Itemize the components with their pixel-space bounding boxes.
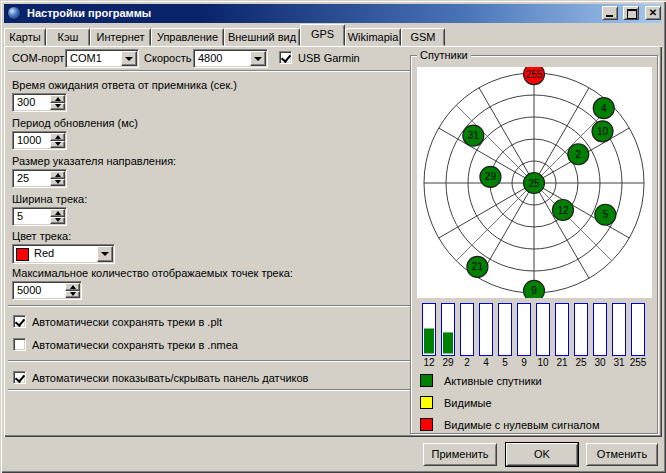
spin-down-icon[interactable] bbox=[50, 103, 65, 111]
spin-down-icon[interactable] bbox=[50, 141, 65, 149]
satellite-signal-bars: 122924591021253031255 bbox=[417, 302, 655, 368]
active-satellites-swatch bbox=[420, 374, 433, 387]
satellite-marker: 25 bbox=[524, 173, 545, 194]
track-color-label: Цвет трека: bbox=[12, 230, 71, 242]
tab-wikimapia[interactable]: Wikimapia bbox=[345, 28, 401, 46]
svg-text:21: 21 bbox=[472, 261, 484, 272]
satellite-marker: 9 bbox=[524, 280, 545, 298]
pointer-size-spinner[interactable]: 25 bbox=[12, 169, 67, 188]
checkbox-box[interactable] bbox=[279, 51, 292, 64]
speed-combo[interactable]: 4800 bbox=[193, 49, 268, 68]
section-divider bbox=[8, 305, 412, 307]
legend-label: Видимые с нулевым сигналом bbox=[444, 419, 600, 431]
titlebar[interactable]: Настройки программы ✕ bbox=[4, 4, 662, 23]
minimize-button[interactable] bbox=[602, 6, 618, 20]
satellite-marker: 29 bbox=[480, 166, 501, 187]
checkbox-box[interactable] bbox=[13, 338, 26, 351]
max-points-label: Максимальное количество отображаемых точ… bbox=[12, 267, 293, 279]
track-width-value: 5 bbox=[17, 210, 23, 222]
checkbox-box[interactable] bbox=[13, 315, 26, 328]
tab-gsm[interactable]: GSM bbox=[401, 28, 445, 46]
spin-up-icon[interactable] bbox=[50, 133, 65, 141]
dropdown-button[interactable] bbox=[121, 51, 137, 66]
maximize-icon bbox=[627, 9, 637, 19]
satellite-marker: 10 bbox=[592, 121, 613, 142]
spinner-buttons[interactable] bbox=[50, 209, 65, 224]
track-color-combo[interactable]: Red bbox=[12, 244, 115, 264]
svg-text:255: 255 bbox=[526, 69, 543, 80]
com-port-value: COM1 bbox=[70, 52, 102, 64]
svg-text:31: 31 bbox=[613, 357, 625, 368]
tab-internet[interactable]: Интернет bbox=[90, 28, 151, 46]
svg-text:30: 30 bbox=[594, 357, 606, 368]
ok-button[interactable]: OK bbox=[506, 443, 578, 466]
speed-label: Скорость bbox=[144, 52, 192, 64]
svg-text:29: 29 bbox=[485, 171, 497, 182]
spin-up-icon[interactable] bbox=[65, 283, 80, 291]
legend-label: Видимые bbox=[444, 397, 492, 409]
cancel-button[interactable]: Отменить bbox=[586, 443, 658, 466]
close-button[interactable]: ✕ bbox=[645, 6, 661, 20]
section-divider bbox=[8, 360, 412, 362]
window-title: Настройки программы bbox=[27, 7, 151, 19]
speed-value: 4800 bbox=[198, 52, 222, 64]
checkbox-box[interactable] bbox=[13, 371, 26, 384]
apply-button[interactable]: Применить bbox=[423, 443, 497, 466]
satellite-marker: 12 bbox=[552, 200, 573, 221]
tab-control[interactable]: Управление bbox=[151, 28, 224, 46]
spin-down-icon[interactable] bbox=[65, 291, 80, 299]
dropdown-button[interactable] bbox=[97, 246, 113, 262]
track-width-label: Ширина трека: bbox=[12, 193, 87, 205]
spin-up-icon[interactable] bbox=[50, 95, 65, 103]
svg-text:25: 25 bbox=[575, 357, 587, 368]
timeout-value: 300 bbox=[17, 96, 35, 108]
com-port-combo[interactable]: COM1 bbox=[65, 49, 139, 68]
spinner-buttons[interactable] bbox=[50, 95, 65, 110]
sensors-panel-label: Автоматически показывать/скрывать панель… bbox=[32, 372, 308, 384]
satellite-marker: 4 bbox=[593, 98, 614, 119]
pointer-size-value: 25 bbox=[17, 172, 29, 184]
svg-text:9: 9 bbox=[531, 285, 537, 296]
tab-appearance[interactable]: Внешний вид bbox=[224, 28, 300, 46]
satellite-marker: 21 bbox=[467, 256, 488, 277]
close-icon: ✕ bbox=[646, 7, 660, 19]
satellite-marker: 2 bbox=[568, 144, 589, 165]
tab-gps[interactable]: GPS bbox=[300, 24, 345, 46]
satellite-sky-plot: 2554102312925125219 bbox=[417, 67, 652, 298]
com-port-label: COM-порт bbox=[12, 52, 64, 64]
maximize-button[interactable] bbox=[623, 6, 639, 20]
svg-text:10: 10 bbox=[597, 126, 609, 137]
svg-text:31: 31 bbox=[468, 130, 480, 141]
svg-text:2: 2 bbox=[576, 149, 582, 160]
section-divider bbox=[8, 389, 412, 391]
satellites-group-title: Спутники bbox=[417, 49, 471, 61]
save-plt-label: Автоматически сохранять треки в .plt bbox=[32, 316, 222, 328]
spin-up-icon[interactable] bbox=[50, 171, 65, 179]
tab-maps[interactable]: Карты bbox=[4, 28, 46, 46]
color-swatch bbox=[16, 248, 29, 261]
chevron-down-icon bbox=[125, 57, 133, 65]
update-period-spinner[interactable]: 1000 bbox=[12, 131, 67, 150]
chevron-down-icon bbox=[101, 252, 109, 260]
chevron-down-icon bbox=[254, 57, 262, 65]
max-points-value: 5000 bbox=[17, 284, 41, 296]
svg-text:12: 12 bbox=[423, 357, 435, 368]
spin-up-icon[interactable] bbox=[50, 209, 65, 217]
timeout-spinner[interactable]: 300 bbox=[12, 93, 67, 112]
svg-text:21: 21 bbox=[556, 357, 568, 368]
svg-text:5: 5 bbox=[502, 357, 508, 368]
dropdown-button[interactable] bbox=[250, 51, 266, 66]
max-points-spinner[interactable]: 5000 bbox=[12, 281, 82, 300]
spin-down-icon[interactable] bbox=[50, 217, 65, 225]
tab-cache[interactable]: Кэш bbox=[46, 28, 90, 46]
svg-text:10: 10 bbox=[537, 357, 549, 368]
spin-down-icon[interactable] bbox=[50, 179, 65, 187]
section-divider bbox=[8, 70, 412, 72]
spinner-buttons[interactable] bbox=[50, 133, 65, 148]
svg-text:2: 2 bbox=[464, 357, 470, 368]
app-icon bbox=[7, 6, 21, 20]
minimize-icon bbox=[606, 15, 613, 17]
spinner-buttons[interactable] bbox=[50, 171, 65, 186]
spinner-buttons[interactable] bbox=[65, 283, 80, 298]
track-width-spinner[interactable]: 5 bbox=[12, 207, 67, 226]
